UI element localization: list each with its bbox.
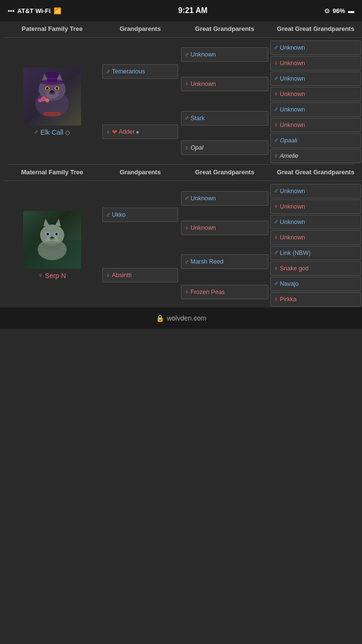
- status-left: ▪▪▪ AT&T Wi-Fi 📶: [8, 7, 61, 14]
- adder-wrapper: ♀ ❤ Adder ♠: [102, 102, 178, 162]
- adder-gf-gender: ♂: [184, 114, 189, 122]
- temer-gf-gg-father[interactable]: ♂ Unknown: [270, 41, 361, 55]
- ukko-gm-gg-f-name: Unknown: [280, 219, 305, 225]
- paternal-col2-header: Grandparents: [100, 21, 180, 37]
- temer-gm-name: Unknown: [191, 81, 216, 87]
- ukko-name: Ukko: [112, 211, 125, 218]
- lock-icon: 🔒: [156, 314, 164, 322]
- ukko-gm-gg-mother[interactable]: ♀ Unknown: [270, 230, 361, 245]
- pirkka-node[interactable]: ♀ Pirkka: [270, 292, 361, 307]
- ukko-gf-gg-father[interactable]: ♂ Unknown: [270, 184, 361, 198]
- paternal-body: ♂ Elk Call ◇ ♂ Temerarious ♀: [4, 40, 362, 164]
- temer-gm-gg: ♂ Unknown ♀ Unknown: [270, 71, 361, 102]
- absintti-gender: ♀: [106, 272, 111, 279]
- serp-n-label: ♀ Serp N: [38, 272, 66, 280]
- maternal-col4-header: Great Great Grandparents: [269, 165, 362, 181]
- elk-call-gender-icon: ♂: [34, 128, 39, 136]
- ukko-gf-gg: ♂ Unknown ♀ Unknown: [270, 184, 361, 215]
- temer-great-father-node[interactable]: ♂ Unknown: [181, 47, 268, 62]
- marsh-reed-gg: ♂ Link (NBW) ♀ Snake god: [270, 246, 361, 277]
- adder-great-group: ♂ Stark ♀ Opal: [181, 102, 268, 163]
- temerarious-node[interactable]: ♂ Temerarious: [102, 64, 178, 79]
- snake-god-node[interactable]: ♀ Snake god: [270, 261, 361, 276]
- elk-call-label: ♂ Elk Call ◇: [34, 128, 70, 136]
- serp-n-name[interactable]: Serp N: [45, 272, 66, 280]
- battery-icon: ▬: [348, 7, 354, 14]
- svg-point-16: [38, 98, 42, 102]
- maternal-subject-col: ♀ Serp N: [4, 183, 100, 308]
- absintti-name: Absintti: [112, 272, 132, 279]
- serp-n-gender-icon: ♀: [38, 272, 43, 279]
- adder-gm-name: Opal: [191, 144, 203, 151]
- maternal-body: ♀ Serp N ♂ Ukko ♀ Absintti: [4, 183, 362, 308]
- navajo-node[interactable]: ♂ Navajo: [270, 277, 361, 291]
- absintti-great-mother-node[interactable]: ♀ Frozen Peas: [181, 285, 268, 299]
- maternal-grandparents-col: ♂ Ukko ♀ Absintti: [100, 183, 180, 308]
- paternal-col4-header: Great Great Grandparents: [269, 21, 362, 37]
- temer-gf-gg: ♂ Unknown ♀ Unknown: [270, 41, 361, 71]
- temer-gm-gg-father[interactable]: ♂ Unknown: [270, 71, 361, 86]
- temerarious-name: Temerarious: [112, 68, 145, 75]
- snake-god-name: Snake god: [280, 265, 309, 272]
- temer-gm-gg-mother[interactable]: ♀ Unknown: [270, 87, 361, 101]
- maternal-col1-header: Maternal Family Tree: [4, 165, 100, 181]
- status-bar: ▪▪▪ AT&T Wi-Fi 📶 9:21 AM ⊙ 96% ▬: [0, 0, 362, 21]
- svg-point-10: [56, 87, 58, 89]
- ukko-great-father-node[interactable]: ♂ Unknown: [181, 191, 268, 206]
- adder-great-father-node[interactable]: ♂ Stark: [181, 111, 268, 126]
- maternal-col2-header: Grandparents: [100, 165, 180, 181]
- temer-gf-gender: ♂: [184, 51, 189, 58]
- url-label: wolvden.com: [167, 314, 207, 322]
- absintti-great-father-node[interactable]: ♂ Marsh Reed: [181, 254, 268, 269]
- link-nbw-node[interactable]: ♂ Link (NBW): [270, 246, 361, 260]
- elk-call-avatar[interactable]: [23, 68, 81, 126]
- adder-gm-gg: ♂ Opaali ♀ Amelie: [270, 133, 361, 163]
- temer-gf-gg-m-name: Unknown: [280, 60, 305, 67]
- marsh-reed-name: Marsh Reed: [191, 258, 223, 265]
- stark-gg-f-name: Unknown: [280, 106, 305, 113]
- temer-great-mother-node[interactable]: ♀ Unknown: [181, 77, 268, 91]
- ukko-great-mother-node[interactable]: ♀ Unknown: [181, 221, 268, 235]
- paternal-gg-col: ♂ Unknown ♀ Unknown ♂ Unknown ♀: [269, 40, 362, 164]
- svg-point-28: [47, 233, 49, 235]
- ukko-gender: ♂: [106, 211, 111, 219]
- ukko-great-group: ♂ Unknown ♀ Unknown: [181, 184, 268, 245]
- bottom-bar: 🔒 wolvden.com: [0, 308, 362, 329]
- signal-icon: ▪▪▪: [8, 7, 14, 14]
- ukko-wrapper: ♂ Ukko: [102, 185, 178, 245]
- temer-great-group: ♂ Unknown ♀ Unknown: [181, 41, 268, 102]
- ukko-node[interactable]: ♂ Ukko: [102, 208, 178, 222]
- temer-gf-name: Unknown: [191, 51, 216, 58]
- absintti-wrapper: ♀ Absintti: [102, 245, 178, 306]
- amelie-node[interactable]: ♀ Amelie: [270, 149, 361, 163]
- ukko-gm-name: Unknown: [191, 224, 216, 231]
- svg-rect-18: [47, 72, 57, 82]
- ukko-gf-gg-mother[interactable]: ♀ Unknown: [270, 199, 361, 214]
- stark-gg-mother[interactable]: ♀ Unknown: [270, 118, 361, 132]
- adder-great-mother-node[interactable]: ♀ Opal: [181, 140, 268, 155]
- opaali-node[interactable]: ♂ Opaali: [270, 133, 361, 148]
- status-right: ⊙ 96% ▬: [324, 7, 354, 14]
- svg-rect-19: [43, 112, 61, 116]
- svg-point-13: [50, 90, 54, 93]
- ukko-gm-gg: ♂ Unknown ♀ Unknown: [270, 215, 361, 246]
- elk-call-name[interactable]: Elk Call: [41, 128, 63, 136]
- clock: 9:21 AM: [178, 6, 208, 15]
- adder-gender: ♀: [106, 128, 111, 136]
- paternal-great-col: ♂ Unknown ♀ Unknown ♂ Stark ♀: [180, 40, 269, 164]
- serp-n-avatar[interactable]: [23, 211, 81, 269]
- stark-gg-father[interactable]: ♂ Unknown: [270, 102, 361, 117]
- ukko-gm-gg-father[interactable]: ♂ Unknown: [270, 215, 361, 229]
- maternal-great-col: ♂ Unknown ♀ Unknown ♂ Marsh Reed ♀: [180, 183, 269, 308]
- carrier-label: AT&T Wi-Fi: [17, 7, 51, 14]
- screen-record-icon: ⊙: [324, 7, 330, 14]
- adder-name: Adder: [119, 128, 135, 135]
- absintti-node[interactable]: ♀ Absintti: [102, 268, 178, 282]
- adder-node[interactable]: ♀ ❤ Adder ♠: [102, 125, 178, 139]
- svg-point-32: [51, 236, 54, 238]
- temer-gf-gg-mother[interactable]: ♀ Unknown: [270, 56, 361, 70]
- temer-gm-gg-f-name: Unknown: [280, 75, 305, 82]
- svg-point-9: [46, 87, 49, 89]
- adder-spade: ♠: [136, 129, 139, 135]
- pirkka-name: Pirkka: [280, 296, 297, 303]
